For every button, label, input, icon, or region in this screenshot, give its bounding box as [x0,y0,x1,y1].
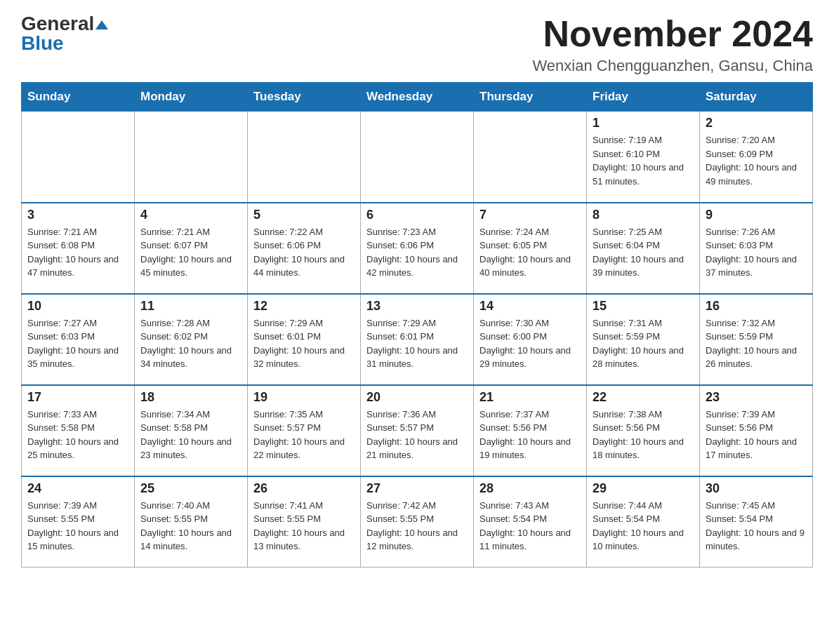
calendar-cell: 27Sunrise: 7:42 AMSunset: 5:55 PMDayligh… [361,476,474,568]
calendar-cell: 11Sunrise: 7:28 AMSunset: 6:02 PMDayligh… [135,294,248,385]
day-info: Sunrise: 7:30 AMSunset: 6:00 PMDaylight:… [479,316,581,371]
calendar-cell: 3Sunrise: 7:21 AMSunset: 6:08 PMDaylight… [22,203,135,294]
calendar-header-row: SundayMondayTuesdayWednesdayThursdayFrid… [22,83,813,112]
day-info: Sunrise: 7:32 AMSunset: 5:59 PMDaylight:… [706,316,807,371]
calendar-week-4: 17Sunrise: 7:33 AMSunset: 5:58 PMDayligh… [22,385,813,476]
day-number: 30 [706,481,807,496]
day-info: Sunrise: 7:29 AMSunset: 6:01 PMDaylight:… [366,316,468,371]
calendar-cell: 10Sunrise: 7:27 AMSunset: 6:03 PMDayligh… [22,294,135,385]
calendar-cell: 26Sunrise: 7:41 AMSunset: 5:55 PMDayligh… [248,476,361,568]
day-number: 28 [479,481,581,496]
day-info: Sunrise: 7:28 AMSunset: 6:02 PMDaylight:… [140,316,241,371]
calendar-cell [248,112,361,203]
day-number: 24 [27,481,128,496]
day-number: 12 [253,299,355,314]
calendar-cell: 7Sunrise: 7:24 AMSunset: 6:05 PMDaylight… [474,203,587,294]
day-number: 11 [140,299,241,314]
day-info: Sunrise: 7:27 AMSunset: 6:03 PMDaylight:… [27,316,128,371]
day-number: 20 [366,390,468,405]
calendar-cell: 21Sunrise: 7:37 AMSunset: 5:56 PMDayligh… [474,385,587,476]
day-header-thursday: Thursday [474,83,587,112]
day-info: Sunrise: 7:36 AMSunset: 5:57 PMDaylight:… [366,408,468,462]
day-info: Sunrise: 7:22 AMSunset: 6:06 PMDaylight:… [253,225,355,280]
calendar-cell [22,112,135,203]
day-number: 6 [366,208,468,222]
day-info: Sunrise: 7:19 AMSunset: 6:10 PMDaylight:… [593,133,694,188]
calendar-cell: 24Sunrise: 7:39 AMSunset: 5:55 PMDayligh… [22,476,135,568]
day-header-saturday: Saturday [700,83,813,112]
day-info: Sunrise: 7:23 AMSunset: 6:06 PMDaylight:… [366,225,468,280]
calendar-cell: 22Sunrise: 7:38 AMSunset: 5:56 PMDayligh… [587,385,700,476]
day-number: 27 [366,481,468,496]
day-info: Sunrise: 7:24 AMSunset: 6:05 PMDaylight:… [479,225,581,280]
day-number: 9 [706,208,807,222]
logo-main: General [21,14,108,34]
day-number: 1 [593,116,694,130]
calendar: SundayMondayTuesdayWednesdayThursdayFrid… [21,82,813,568]
day-number: 14 [479,299,581,314]
day-info: Sunrise: 7:20 AMSunset: 6:09 PMDaylight:… [706,133,807,188]
month-title: November 2024 [532,14,813,54]
day-number: 18 [140,390,241,405]
calendar-cell: 14Sunrise: 7:30 AMSunset: 6:00 PMDayligh… [474,294,587,385]
day-info: Sunrise: 7:37 AMSunset: 5:56 PMDaylight:… [479,408,581,462]
calendar-cell: 6Sunrise: 7:23 AMSunset: 6:06 PMDaylight… [361,203,474,294]
day-header-friday: Friday [587,83,700,112]
calendar-cell: 28Sunrise: 7:43 AMSunset: 5:54 PMDayligh… [474,476,587,568]
calendar-week-5: 24Sunrise: 7:39 AMSunset: 5:55 PMDayligh… [22,476,813,568]
title-section: November 2024 Wenxian Chengguanzhen, Gan… [532,14,813,75]
day-number: 3 [27,208,128,222]
day-info: Sunrise: 7:21 AMSunset: 6:08 PMDaylight:… [27,225,128,280]
day-header-sunday: Sunday [22,83,135,112]
calendar-cell: 29Sunrise: 7:44 AMSunset: 5:54 PMDayligh… [587,476,700,568]
day-info: Sunrise: 7:26 AMSunset: 6:03 PMDaylight:… [706,225,807,280]
calendar-cell: 4Sunrise: 7:21 AMSunset: 6:07 PMDaylight… [135,203,248,294]
day-number: 4 [140,208,241,222]
day-info: Sunrise: 7:39 AMSunset: 5:56 PMDaylight:… [706,408,807,462]
calendar-week-3: 10Sunrise: 7:27 AMSunset: 6:03 PMDayligh… [22,294,813,385]
day-number: 13 [366,299,468,314]
day-info: Sunrise: 7:40 AMSunset: 5:55 PMDaylight:… [140,499,241,554]
logo-sub: Blue [21,34,64,53]
day-info: Sunrise: 7:35 AMSunset: 5:57 PMDaylight:… [253,408,355,462]
day-header-monday: Monday [135,83,248,112]
calendar-cell: 9Sunrise: 7:26 AMSunset: 6:03 PMDaylight… [700,203,813,294]
calendar-cell: 17Sunrise: 7:33 AMSunset: 5:58 PMDayligh… [22,385,135,476]
calendar-week-1: 1Sunrise: 7:19 AMSunset: 6:10 PMDaylight… [22,112,813,203]
day-info: Sunrise: 7:21 AMSunset: 6:07 PMDaylight:… [140,225,241,280]
day-number: 10 [27,299,128,314]
calendar-cell: 16Sunrise: 7:32 AMSunset: 5:59 PMDayligh… [700,294,813,385]
calendar-cell: 2Sunrise: 7:20 AMSunset: 6:09 PMDaylight… [700,112,813,203]
calendar-cell [135,112,248,203]
calendar-cell: 12Sunrise: 7:29 AMSunset: 6:01 PMDayligh… [248,294,361,385]
day-info: Sunrise: 7:39 AMSunset: 5:55 PMDaylight:… [27,499,128,554]
day-info: Sunrise: 7:34 AMSunset: 5:58 PMDaylight:… [140,408,241,462]
day-info: Sunrise: 7:44 AMSunset: 5:54 PMDaylight:… [593,499,694,554]
day-info: Sunrise: 7:45 AMSunset: 5:54 PMDaylight:… [706,499,807,554]
calendar-cell: 23Sunrise: 7:39 AMSunset: 5:56 PMDayligh… [700,385,813,476]
calendar-cell [474,112,587,203]
day-number: 21 [479,390,581,405]
day-info: Sunrise: 7:31 AMSunset: 5:59 PMDaylight:… [593,316,694,371]
page-header: General Blue November 2024 Wenxian Cheng… [21,14,813,75]
calendar-cell: 25Sunrise: 7:40 AMSunset: 5:55 PMDayligh… [135,476,248,568]
calendar-cell: 13Sunrise: 7:29 AMSunset: 6:01 PMDayligh… [361,294,474,385]
day-number: 16 [706,299,807,314]
day-number: 5 [253,208,355,222]
day-number: 7 [479,208,581,222]
day-number: 2 [706,116,807,130]
day-number: 29 [593,481,694,496]
calendar-cell: 19Sunrise: 7:35 AMSunset: 5:57 PMDayligh… [248,385,361,476]
calendar-week-2: 3Sunrise: 7:21 AMSunset: 6:08 PMDaylight… [22,203,813,294]
calendar-cell: 15Sunrise: 7:31 AMSunset: 5:59 PMDayligh… [587,294,700,385]
day-number: 19 [253,390,355,405]
logo: General Blue [21,14,108,53]
day-number: 22 [593,390,694,405]
day-info: Sunrise: 7:38 AMSunset: 5:56 PMDaylight:… [593,408,694,462]
day-number: 15 [593,299,694,314]
day-number: 8 [593,208,694,222]
day-number: 17 [27,390,128,405]
day-number: 25 [140,481,241,496]
day-info: Sunrise: 7:33 AMSunset: 5:58 PMDaylight:… [27,408,128,462]
calendar-cell: 8Sunrise: 7:25 AMSunset: 6:04 PMDaylight… [587,203,700,294]
